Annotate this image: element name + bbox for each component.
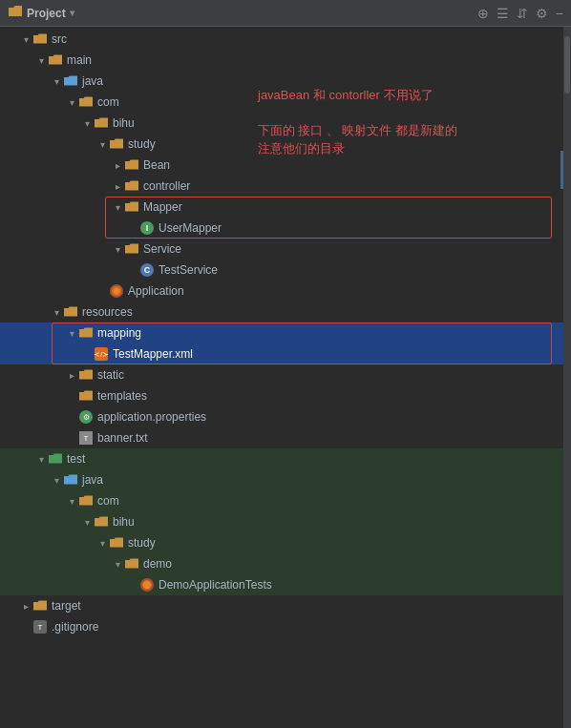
expand-arrow-controller[interactable] <box>111 181 124 192</box>
test-section: test java com <box>0 448 571 595</box>
mapping-label: mapping <box>97 326 141 340</box>
tree-item-controller[interactable]: controller <box>0 176 571 197</box>
test-folder-icon <box>48 451 63 467</box>
demo-folder-icon <box>124 556 139 572</box>
bihu-test-label: bihu <box>113 515 135 529</box>
expand-arrow-src[interactable] <box>19 34 32 45</box>
tree-item-templates[interactable]: templates <box>0 385 571 406</box>
expand-arrow-bihu-test[interactable] <box>80 517 94 528</box>
expand-arrow-test[interactable] <box>34 454 48 465</box>
align-icon[interactable]: ☰ <box>497 6 509 21</box>
service-folder-icon <box>124 241 139 257</box>
tree-item-appproperties[interactable]: ⚙ application.properties <box>0 406 571 427</box>
expand-arrow-java-test[interactable] <box>50 475 63 486</box>
expand-arrow-mapping[interactable] <box>65 328 78 339</box>
tree-item-mapper[interactable]: Mapper <box>0 197 571 218</box>
main-folder-icon <box>48 52 63 68</box>
minimize-icon[interactable]: − <box>556 6 563 21</box>
target-folder-icon <box>32 598 48 614</box>
study-folder-icon <box>109 136 124 152</box>
demoapptests-icon <box>139 577 155 593</box>
target-label: target <box>52 599 81 613</box>
tree-item-bihu-test[interactable]: bihu <box>0 511 571 532</box>
testmapper-icon: ≺/≻ <box>94 346 109 362</box>
gear-icon[interactable]: ⚙ <box>536 6 548 21</box>
scrollbar-thumb[interactable] <box>564 36 570 94</box>
project-panel: Project ▾ ⊕ ☰ ⇵ ⚙ − javaBean 和 contorlle… <box>0 0 571 728</box>
expand-arrow-bihu[interactable] <box>80 118 94 129</box>
tree-item-java[interactable]: java <box>0 71 571 92</box>
file-tree: javaBean 和 contorller 不用说了 下面的 接口 、 映射文件… <box>0 27 571 728</box>
tree-item-testmapper[interactable]: ≺/≻ TestMapper.xml <box>0 343 571 364</box>
main-label: main <box>67 53 92 67</box>
service-label: Service <box>143 242 181 256</box>
expand-arrow-java[interactable] <box>50 76 63 87</box>
tree-item-demo[interactable]: demo <box>0 553 571 574</box>
java-test-label: java <box>82 473 103 487</box>
usermapper-label: UserMapper <box>159 221 222 235</box>
expand-arrow-mapper[interactable] <box>111 202 124 213</box>
collapse-icon[interactable]: ⇵ <box>517 6 528 21</box>
tree-item-test[interactable]: test <box>0 448 571 469</box>
banner-label: banner.txt <box>97 431 148 445</box>
mapper-label: Mapper <box>143 200 182 214</box>
expand-arrow-com-test[interactable] <box>65 496 78 507</box>
java-label: java <box>82 74 103 88</box>
application-label: Application <box>128 284 184 298</box>
src-folder-icon <box>32 31 48 47</box>
com-label: com <box>97 95 119 109</box>
bihu-folder-icon <box>94 115 109 131</box>
tree-item-main[interactable]: main <box>0 50 571 71</box>
tree-item-mapping[interactable]: mapping <box>0 322 571 343</box>
tree-item-target[interactable]: target <box>0 595 571 616</box>
expand-arrow-study-test[interactable] <box>95 538 109 549</box>
tree-item-static[interactable]: static <box>0 364 571 385</box>
tree-item-study[interactable]: study <box>0 134 571 155</box>
tree-item-banner[interactable]: T banner.txt <box>0 427 571 448</box>
mapping-section: mapping ≺/≻ TestMapper.xml <box>0 322 571 364</box>
expand-arrow-resources[interactable] <box>50 307 63 318</box>
mapper-section: Mapper I UserMapper <box>0 197 571 239</box>
expand-arrow-target[interactable] <box>19 601 32 612</box>
tree-item-gitignore[interactable]: T .gitignore <box>0 616 571 637</box>
tree-item-bihu[interactable]: bihu <box>0 113 571 134</box>
controller-folder-icon <box>124 178 139 194</box>
gitignore-icon: T <box>32 619 48 634</box>
tree-item-demoapptests[interactable]: DemoApplicationTests <box>0 574 571 595</box>
tree-item-src[interactable]: src <box>0 29 571 50</box>
dropdown-arrow-icon[interactable]: ▾ <box>70 8 74 18</box>
tree-item-bean[interactable]: Bean <box>0 155 571 176</box>
bean-label: Bean <box>143 158 170 172</box>
com-test-folder-icon <box>78 493 94 509</box>
tree-item-study-test[interactable]: study <box>0 532 571 553</box>
tree-item-resources[interactable]: resources <box>0 302 571 322</box>
expand-arrow-study[interactable] <box>95 139 109 150</box>
globe-icon[interactable]: ⊕ <box>477 6 489 21</box>
testmapper-label: TestMapper.xml <box>113 347 193 361</box>
expand-arrow-bean[interactable] <box>111 160 124 171</box>
expand-arrow-com[interactable] <box>65 97 78 108</box>
templates-label: templates <box>97 389 147 403</box>
tree-item-application[interactable]: Application <box>0 281 571 302</box>
static-label: static <box>97 368 124 382</box>
usermapper-icon: I <box>139 220 155 236</box>
header-title-area: Project ▾ <box>8 5 74 21</box>
src-label: src <box>52 32 67 46</box>
expand-arrow-main[interactable] <box>34 55 48 66</box>
expand-arrow-demo[interactable] <box>111 559 124 570</box>
tree-item-java-test[interactable]: java <box>0 469 571 490</box>
tree-item-com-test[interactable]: com <box>0 490 571 511</box>
demo-label: demo <box>143 557 172 571</box>
study-test-label: study <box>128 536 156 550</box>
templates-folder-icon <box>78 388 94 404</box>
mapping-folder-icon <box>78 325 94 341</box>
tree-item-service[interactable]: Service <box>0 239 571 260</box>
scrollbar-track <box>563 27 571 728</box>
tree-item-com[interactable]: com <box>0 92 571 113</box>
test-label: test <box>67 452 85 466</box>
tree-item-usermapper[interactable]: I UserMapper <box>0 218 571 239</box>
bihu-label: bihu <box>113 116 135 130</box>
expand-arrow-service[interactable] <box>111 244 124 255</box>
expand-arrow-static[interactable] <box>65 370 78 381</box>
tree-item-testservice[interactable]: C TestService <box>0 260 571 281</box>
